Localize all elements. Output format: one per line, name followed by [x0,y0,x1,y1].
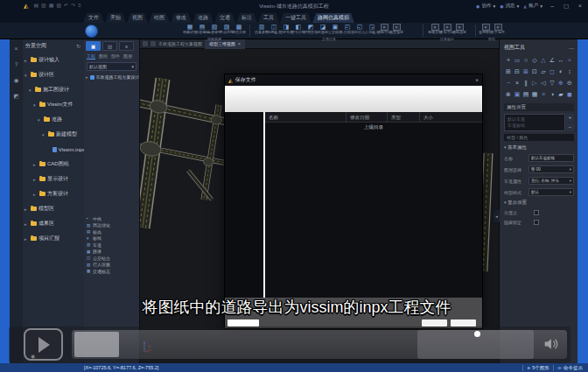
canvas-icon[interactable] [143,41,148,46]
canvas-icon[interactable] [150,41,156,46]
remove-button[interactable]: − [566,123,574,131]
view-tool-icon[interactable]: ⊟ [513,66,522,77]
rail-icon[interactable]: ? [11,60,21,69]
ribbon-button[interactable]: × 场景预览 [390,24,402,38]
field-input[interactable]: 默认车道标线 [528,154,574,162]
expand-arrow-icon[interactable]: ▾ [33,102,38,108]
ribbon-button[interactable]: × 模型浏览 [453,24,466,38]
view-tool-icon[interactable]: ▣ [513,88,522,100]
field-input[interactable]: 直行, 右转, 掉头 ▾ [528,177,574,185]
ribbon-button[interactable]: × 模型导出 [378,24,390,38]
expand-arrow-icon[interactable]: ▸ [24,207,29,212]
tree-node[interactable]: ▸ 方案设计 [23,186,84,201]
expand-arrow-icon[interactable]: ▸ [33,192,38,197]
panel-collapse-handle[interactable]: ◂ [494,210,500,222]
layer-item[interactable]: ▪ 中线 [87,215,137,222]
rail-icon[interactable]: ◩ [11,91,21,101]
view-tool-icon[interactable]: ↔ [556,54,565,66]
dialog-address-bar[interactable] [225,86,482,112]
layer-item[interactable]: ▤ 标高 [87,228,137,235]
view-tool-icon[interactable]: ▽ [548,77,556,88]
tree-node[interactable]: Vissim.inpx [23,142,84,157]
view-tool-icon[interactable]: ◼ [565,88,574,100]
qat-icon[interactable]: ▤ [33,0,38,11]
layer-item[interactable]: ▧ 行人设施 [87,262,137,269]
ribbon-button[interactable]: ◲ 人流输入 [366,24,378,38]
view-tool-icon[interactable]: ≈ [565,54,574,66]
column-header[interactable]: 大小 [419,112,445,122]
layer-item[interactable]: ◫ 公交站台 [87,255,137,262]
view-tool-icon[interactable]: ◑ [548,88,556,100]
dialog-title-bar[interactable]: ◭ 保存文件 × [225,74,482,86]
view-tool-icon[interactable]: ▷ [530,77,539,88]
rail-icon[interactable]: ◉ [11,75,21,85]
tree-node[interactable]: ▸ CAD图纸 [23,157,84,172]
layer-item[interactable]: ▨ 周边绿化 [87,222,137,229]
basic-properties-header[interactable]: 基本属性 [504,144,574,151]
panel-toolbar-button[interactable]: ≡ [119,41,134,51]
display-settings-header[interactable]: 显示设置 [504,200,574,206]
volume-icon[interactable] [542,336,560,352]
view-tool-icon[interactable]: ⊠ [522,66,530,77]
tree-node[interactable]: ▸ 模型区 [23,201,84,216]
project-root-item[interactable]: ▸ 市政道路工程方案设计 [84,72,139,82]
ribbon-tab[interactable]: 一键工具 [280,13,312,23]
ribbon-button[interactable]: ◱ 3D行人 [354,24,366,38]
ribbon-tab[interactable]: 开始 [105,13,126,23]
column-header[interactable]: 名称 [265,112,346,122]
expand-arrow-icon[interactable]: ▾ [42,132,46,137]
ribbon-button[interactable]: ◧ 信号控制 [292,24,304,38]
minimize-button[interactable]: – [548,3,556,9]
view-tool-icon[interactable]: ↕ [565,66,574,77]
qat-icon[interactable]: ↷ [71,0,75,11]
view-tool-icon[interactable]: ⊖ [565,77,574,88]
ribbon-button[interactable]: ◰ 人行横道 [341,24,354,38]
view-tool-icon[interactable]: ○ [522,54,530,66]
titlebar-menu[interactable]: ◭ 账户 ▾ [523,3,542,9]
tree-node[interactable]: ▸ 设计输入 [23,53,84,67]
panel-tab[interactable]: 图组 [99,53,108,60]
add-button[interactable]: + [566,114,574,122]
view-tool-icon[interactable]: ◻ [548,66,556,77]
ribbon-tab[interactable]: 道路 [192,13,214,23]
tree-node[interactable]: ▾ 新建模型 [23,127,84,142]
view-dropdown[interactable]: 默认视图 ▾ [87,62,136,71]
view-tool-icon[interactable]: − [504,77,513,88]
expand-arrow-icon[interactable]: ▸ [33,162,38,167]
ribbon-button[interactable]: × 使用帮助 [480,24,492,38]
ribbon-button[interactable]: ◩ 冲突区域 [304,24,317,38]
listbox-line[interactable]: 车道标线 [508,123,562,129]
layer-item[interactable]: ▥ 车道 [87,242,137,249]
expand-arrow-icon[interactable]: ▸ [24,236,29,242]
qat-icon[interactable]: ▥ [41,0,46,11]
titlebar-menu[interactable]: ◉ 协作 ▾ [476,3,495,9]
view-tool-icon[interactable]: ▱ [539,66,548,77]
tree-node[interactable]: ▾ 设计区 [23,67,84,82]
tree-node[interactable]: ▾ 施工图设计 [23,82,84,97]
view-tool-icon[interactable]: ≡ [539,88,548,100]
refresh-icon[interactable]: ↻ [76,43,80,49]
view-tool-icon[interactable]: ◐ [556,66,565,77]
filename-input[interactable] [228,319,259,326]
ribbon-tab[interactable]: 标注 [236,13,257,23]
close-button[interactable]: × [576,3,584,9]
style-listbox[interactable]: 默认车道车道标线 [504,114,565,131]
view-tool-icon[interactable]: ▰ [556,88,565,100]
maximize-button[interactable]: ▢ [562,3,570,10]
view-tool-icon[interactable]: ◇ [530,54,539,66]
tree-node[interactable]: ▸ 项目汇报 [23,231,84,246]
view-tool-icon[interactable]: ⊕ [556,77,565,88]
layer-item[interactable]: ▦ 路缘 [87,249,137,256]
view-tool-icon[interactable]: ⊞ [504,66,513,77]
ribbon-button[interactable]: ▧ 连接管理 [208,24,220,38]
qat-icon[interactable]: ▧ [56,0,61,11]
column-header[interactable]: 修改日期 [346,112,387,122]
panel-tab[interactable]: 部件 [111,53,120,60]
expand-arrow-icon[interactable]: ▾ [38,117,42,123]
view-tool-icon[interactable]: ◁ [539,77,548,88]
seek-bar[interactable] [72,330,567,359]
tree-node[interactable]: ▸ 成果区 [23,216,84,231]
qat-icon[interactable]: ≡ [78,0,81,11]
checkbox[interactable] [534,210,539,215]
ribbon-button[interactable]: ▨ 节点优化 [220,24,233,38]
